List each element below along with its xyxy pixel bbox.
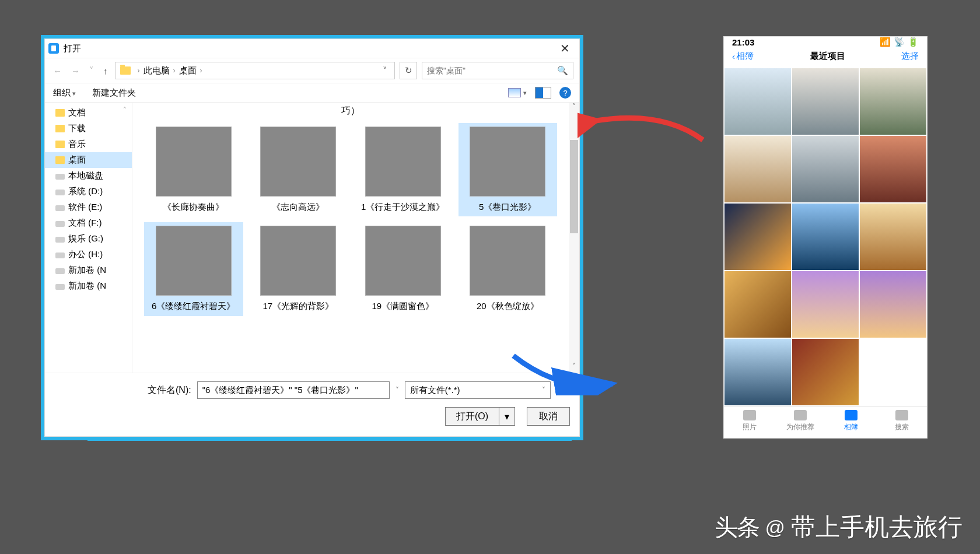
file-thumbnail bbox=[260, 127, 336, 197]
sidebar-item[interactable]: 新加卷 (N bbox=[45, 262, 132, 278]
tab-label: 相簿 bbox=[844, 422, 858, 432]
sidebar-item[interactable]: 新加卷 (N bbox=[45, 278, 132, 294]
sidebar-item[interactable]: 下载 bbox=[45, 121, 132, 136]
file-item[interactable]: 5《巷口光影》 bbox=[459, 123, 558, 216]
disk-icon bbox=[55, 174, 65, 180]
preview-pane-toggle[interactable] bbox=[535, 87, 551, 99]
annotation-arrow-blue bbox=[508, 349, 618, 395]
sidebar-item-label: 软件 (E:) bbox=[68, 202, 102, 213]
photo-cell[interactable] bbox=[792, 135, 859, 203]
photo-cell[interactable] bbox=[859, 68, 927, 135]
sidebar-item-label: 新加卷 (N bbox=[68, 265, 106, 276]
photo-cell[interactable] bbox=[792, 338, 859, 406]
open-button[interactable]: 打开(O) ▾ bbox=[445, 407, 515, 426]
file-grid[interactable]: 《长廊协奏曲》《志向高远》1《行走于沙漠之巅》5《巷口光影》6《缕缕红霞衬碧天》… bbox=[132, 123, 569, 373]
sidebar-item-label: 系统 (D:) bbox=[68, 186, 103, 197]
tab-照片[interactable]: 照片 bbox=[724, 406, 775, 434]
sidebar-item[interactable]: 软件 (E:) bbox=[45, 199, 132, 215]
photo-cell[interactable] bbox=[724, 203, 792, 271]
sidebar-item[interactable]: 桌面 bbox=[45, 152, 132, 168]
sidebar-scroll-up[interactable]: ˄ bbox=[123, 106, 131, 114]
sidebar-item[interactable]: 系统 (D:) bbox=[45, 184, 132, 199]
sidebar-item[interactable]: 音乐 bbox=[45, 136, 132, 152]
photo-grid[interactable] bbox=[724, 68, 927, 406]
close-button[interactable]: ✕ bbox=[554, 41, 576, 55]
phone-photos-app: 21:03 📶 📡 🔋 ‹ 相簿 最近项目 选择 照片为你推荐相簿搜索 bbox=[723, 36, 928, 439]
photo-cell[interactable] bbox=[859, 203, 927, 271]
signal-icon: 📶 bbox=[880, 37, 891, 47]
nav-recent-dropdown[interactable]: ˅ bbox=[87, 65, 96, 76]
file-thumbnail bbox=[365, 127, 441, 197]
breadcrumb[interactable]: › 此电脑 › 桌面 › ˅ bbox=[115, 62, 396, 79]
refresh-button[interactable]: ↻ bbox=[400, 62, 417, 79]
search-box[interactable]: 🔍 bbox=[422, 62, 573, 79]
file-label: 5《巷口光影》 bbox=[479, 201, 536, 213]
file-label: 17《光辉的背影》 bbox=[262, 300, 334, 312]
select-button[interactable]: 选择 bbox=[901, 51, 919, 62]
photo-cell[interactable] bbox=[792, 68, 859, 135]
photo-cell[interactable] bbox=[724, 271, 792, 338]
nav-up-button[interactable]: ↑ bbox=[101, 66, 110, 76]
file-item[interactable]: 17《光辉的背影》 bbox=[249, 222, 348, 315]
file-item[interactable]: 1《行走于沙漠之巅》 bbox=[354, 123, 453, 216]
filetype-value: 所有文件(*.*) bbox=[410, 385, 460, 396]
tab-icon bbox=[743, 410, 756, 420]
tab-icon bbox=[794, 410, 807, 420]
open-file-dialog: 打开 ✕ ← → ˅ ↑ › 此电脑 › 桌面 › ˅ ↻ 🔍 组 bbox=[41, 35, 583, 440]
photo-cell[interactable] bbox=[859, 135, 927, 203]
photo-cell[interactable] bbox=[724, 135, 792, 203]
titlebar: 打开 ✕ bbox=[45, 39, 579, 58]
sidebar-item[interactable]: 本地磁盘 bbox=[45, 168, 132, 184]
photo-cell[interactable] bbox=[859, 271, 927, 338]
file-thumbnail bbox=[470, 226, 545, 296]
tab-icon bbox=[895, 410, 908, 420]
scroll-handle[interactable] bbox=[570, 140, 578, 233]
file-item[interactable]: 6《缕缕红霞衬碧天》 bbox=[144, 222, 243, 315]
photo-cell[interactable] bbox=[792, 203, 859, 271]
sidebar-item-label: 下载 bbox=[68, 123, 86, 134]
sidebar-item-label: 办公 (H:) bbox=[68, 249, 103, 260]
file-item[interactable]: 《志向高远》 bbox=[249, 123, 348, 216]
cancel-button[interactable]: 取消 bbox=[527, 407, 570, 426]
back-button[interactable]: ‹ 相簿 bbox=[732, 51, 754, 62]
tab-为你推荐[interactable]: 为你推荐 bbox=[775, 406, 825, 434]
chevron-right-icon: › bbox=[170, 66, 179, 75]
view-mode-button[interactable]: ▾ bbox=[508, 88, 527, 97]
photo-cell[interactable] bbox=[792, 271, 859, 338]
breadcrumb-dropdown[interactable]: ˅ bbox=[378, 65, 392, 76]
organize-menu[interactable]: 组织 bbox=[53, 87, 76, 99]
sidebar-item[interactable]: 文档 bbox=[45, 105, 132, 121]
photo-cell[interactable] bbox=[724, 68, 792, 135]
tab-搜索[interactable]: 搜索 bbox=[876, 406, 927, 434]
file-item[interactable]: 《长廊协奏曲》 bbox=[144, 123, 243, 216]
open-button-dropdown[interactable]: ▾ bbox=[499, 411, 514, 422]
disk-icon bbox=[55, 190, 65, 195]
svg-rect-0 bbox=[51, 45, 56, 51]
app-icon bbox=[48, 43, 59, 54]
new-folder-button[interactable]: 新建文件夹 bbox=[92, 87, 136, 99]
file-thumbnail bbox=[470, 127, 545, 197]
breadcrumb-root[interactable]: 此电脑 bbox=[144, 65, 170, 76]
sidebar-tree[interactable]: 文档下载音乐桌面本地磁盘系统 (D:)软件 (E:)文档 (F:)娱乐 (G:)… bbox=[45, 103, 132, 373]
sidebar-item-label: 文档 (F:) bbox=[68, 218, 102, 229]
photo-cell[interactable] bbox=[724, 338, 792, 406]
sidebar-item-label: 文档 bbox=[68, 107, 86, 118]
file-label: 1《行走于沙漠之巅》 bbox=[361, 201, 444, 213]
tab-相簿[interactable]: 相簿 bbox=[825, 406, 876, 434]
sidebar-item[interactable]: 娱乐 (G:) bbox=[45, 231, 132, 247]
disk-icon bbox=[55, 237, 65, 243]
filename-input[interactable] bbox=[197, 381, 390, 399]
file-item[interactable]: 20《秋色绽放》 bbox=[459, 222, 558, 315]
breadcrumb-current[interactable]: 桌面 bbox=[179, 65, 197, 76]
tab-bar: 照片为你推荐相簿搜索 bbox=[724, 406, 927, 434]
search-input[interactable] bbox=[427, 66, 557, 75]
back-label: 相簿 bbox=[736, 51, 754, 62]
help-button[interactable]: ? bbox=[559, 87, 571, 99]
nav-back-button[interactable]: ← bbox=[51, 66, 64, 76]
chevron-right-icon: › bbox=[197, 66, 206, 75]
file-item[interactable]: 19《满圆窗色》 bbox=[354, 222, 453, 315]
wifi-icon: 📡 bbox=[894, 37, 905, 47]
sidebar-item[interactable]: 文档 (F:) bbox=[45, 215, 132, 231]
sidebar-item-label: 桌面 bbox=[68, 155, 86, 166]
sidebar-item[interactable]: 办公 (H:) bbox=[45, 247, 132, 262]
